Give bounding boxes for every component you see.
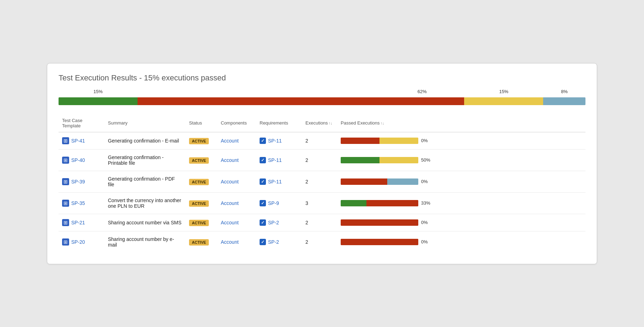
component-link[interactable]: Account <box>221 138 239 144</box>
req-cell: SP-11 <box>260 138 298 144</box>
bar-segment <box>387 178 418 185</box>
req-checkbox <box>260 178 266 185</box>
req-link[interactable]: SP-11 <box>268 138 282 144</box>
exec-cell: 2 <box>302 231 337 253</box>
tc-id: SP-20 <box>71 239 85 245</box>
tc-link[interactable]: SP-20 <box>62 238 101 246</box>
exec-cell: 2 <box>302 132 337 149</box>
req-link[interactable]: SP-2 <box>268 239 279 245</box>
req-cell: SP-2 <box>260 239 298 245</box>
table-body: SP-41Generating confirmation - E-mailACT… <box>59 132 585 253</box>
req-checkbox <box>260 157 266 163</box>
passed-exec-cell: 50% <box>337 149 585 171</box>
exec-pct: 50% <box>421 157 433 163</box>
tc-link[interactable]: SP-21 <box>62 219 101 226</box>
bar-segment <box>379 157 418 163</box>
exec-pct: 0% <box>421 138 433 143</box>
table-row: SP-41Generating confirmation - E-mailACT… <box>59 132 585 149</box>
component-link[interactable]: Account <box>221 179 239 184</box>
col-header-comp: Components <box>217 115 256 132</box>
progress-labels: 15%62%15%8% <box>59 89 585 96</box>
tc-id: SP-40 <box>71 157 85 163</box>
bar-segment <box>379 138 418 144</box>
tc-icon <box>62 238 69 246</box>
progress-section: 15%62%15%8% <box>59 89 585 105</box>
passed-exec-cell: 0% <box>337 171 585 192</box>
req-cell: SP-2 <box>260 219 298 226</box>
bar-segment <box>341 138 379 144</box>
status-badge: ACTIVE <box>189 138 209 144</box>
req-checkbox <box>260 239 266 245</box>
bar-segment <box>341 200 366 206</box>
passed-exec-cell: 0% <box>337 132 585 149</box>
exec-cell: 2 <box>302 171 337 192</box>
progress-label: 8% <box>561 89 568 94</box>
exec-sort-icon[interactable]: ↑↓ <box>329 121 333 125</box>
tc-icon <box>62 157 69 164</box>
tc-id: SP-35 <box>71 200 85 206</box>
req-link[interactable]: SP-11 <box>268 179 282 184</box>
bar-segment <box>341 178 387 185</box>
summary-cell: Generating confirmation - Printable file <box>104 149 186 171</box>
page-title: Test Execution Results - 15% executions … <box>59 73 585 83</box>
component-link[interactable]: Account <box>221 200 239 206</box>
tc-link[interactable]: SP-40 <box>62 157 101 164</box>
tc-icon <box>62 200 69 207</box>
col-header-req: Requirements <box>256 115 302 132</box>
component-link[interactable]: Account <box>221 157 239 163</box>
exec-bar <box>341 239 418 245</box>
bar-segment <box>341 239 418 245</box>
results-table: Test Case Template Summary Status Compon… <box>59 115 585 253</box>
table-row: SP-39Generating confirmation - PDF fileA… <box>59 171 585 192</box>
progress-label: 15% <box>93 89 103 94</box>
bar-segment <box>341 219 418 226</box>
exec-pct: 0% <box>421 179 433 184</box>
table-row: SP-20Sharing account number by e-mailACT… <box>59 231 585 253</box>
component-link[interactable]: Account <box>221 220 239 225</box>
exec-cell: 2 <box>302 214 337 231</box>
exec-bar <box>341 219 418 226</box>
col-header-pass: Passed Executions↑↓ <box>337 115 585 132</box>
pass-sort-icon[interactable]: ↑↓ <box>381 121 384 125</box>
req-link[interactable]: SP-11 <box>268 157 282 163</box>
tc-link[interactable]: SP-39 <box>62 178 101 185</box>
progress-label: 62% <box>418 89 427 94</box>
summary-cell: Generating confirmation - E-mail <box>104 132 186 149</box>
exec-bar <box>341 157 418 163</box>
req-checkbox <box>260 200 266 206</box>
tc-link[interactable]: SP-41 <box>62 137 101 144</box>
req-checkbox <box>260 138 266 144</box>
status-badge: ACTIVE <box>189 220 209 226</box>
passed-exec-cell: 33% <box>337 192 585 214</box>
summary-cell: Generating confirmation - PDF file <box>104 171 186 192</box>
progress-bar <box>59 97 585 105</box>
bar-segment <box>366 200 418 206</box>
req-cell: SP-11 <box>260 178 298 185</box>
tc-icon <box>62 178 69 185</box>
status-badge: ACTIVE <box>189 179 209 185</box>
summary-cell: Sharing account number by e-mail <box>104 231 186 253</box>
table-row: SP-40Generating confirmation - Printable… <box>59 149 585 171</box>
table-row: SP-21Sharing account number via SMSACTIV… <box>59 214 585 231</box>
col-header-sum: Summary <box>104 115 186 132</box>
main-card: Test Execution Results - 15% executions … <box>47 63 597 264</box>
progress-segment <box>59 97 138 105</box>
status-badge: ACTIVE <box>189 239 209 246</box>
req-cell: SP-11 <box>260 157 298 163</box>
passed-exec-cell: 0% <box>337 214 585 231</box>
col-header-stat: Status <box>186 115 217 132</box>
title-subtitle: - 15% executions passed <box>137 73 226 82</box>
exec-bar <box>341 200 418 206</box>
tc-id: SP-41 <box>71 138 85 144</box>
req-link[interactable]: SP-9 <box>268 200 279 206</box>
passed-exec-cell: 0% <box>337 231 585 253</box>
summary-cell: Sharing account number via SMS <box>104 214 186 231</box>
req-cell: SP-9 <box>260 200 298 206</box>
component-link[interactable]: Account <box>221 239 239 245</box>
exec-pct: 0% <box>421 239 433 244</box>
exec-cell: 3 <box>302 192 337 214</box>
title-bold: Test Execution Results <box>59 73 137 82</box>
tc-link[interactable]: SP-35 <box>62 200 101 207</box>
exec-pct: 33% <box>421 200 433 206</box>
req-link[interactable]: SP-2 <box>268 220 279 225</box>
